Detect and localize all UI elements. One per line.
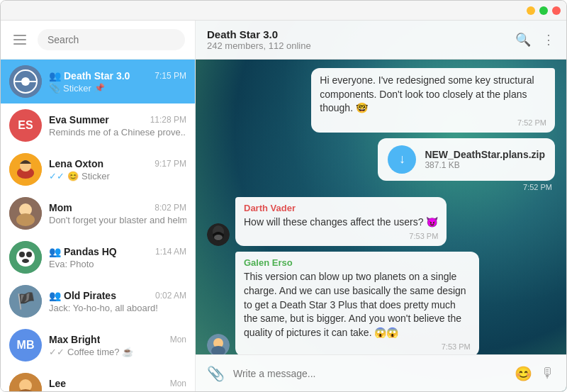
- svg-point-25: [214, 235, 223, 240]
- chat-name-row: Lee Mon: [49, 378, 186, 389]
- file-download-button[interactable]: ↓: [388, 145, 416, 174]
- svg-point-12: [19, 252, 25, 257]
- avatar-galen: [207, 334, 230, 354]
- chat-item-old-pirates[interactable]: 🏴 👥 Old Pirates 0:02 AM Jack: Yo-ho-ho, …: [1, 279, 195, 323]
- search-input[interactable]: [38, 29, 185, 50]
- minimize-button[interactable]: [527, 6, 535, 15]
- message-bubble: Darth Vader How will these changes affec…: [235, 197, 447, 247]
- hamburger-line: [13, 43, 26, 45]
- chat-area: Death Star 3.0 242 members, 112 online 🔍…: [196, 21, 566, 391]
- chat-name: Mom: [49, 202, 72, 213]
- chat-preview: We can call it Galaxy Star 7 ;): [49, 391, 186, 392]
- file-bubble: ↓ NEW_DeathStar.plans.zip 387.1 KB: [378, 138, 555, 181]
- chat-name: 👥 Old Pirates: [49, 290, 116, 301]
- chat-name-row: 👥 Death Star 3.0 7:15 PM: [49, 70, 186, 82]
- messages-area: Hi everyone. I've redesigned some key st…: [196, 60, 566, 354]
- message-text: Hi everyone. I've redesigned some key st…: [320, 74, 546, 116]
- avatar-darth: [207, 223, 230, 246]
- chat-content: Mom 8:02 PM Don't forget your blaster an…: [49, 202, 186, 225]
- chat-item-max-bright[interactable]: MB Max Bright Mon ✓✓ Coffee time? ☕: [1, 323, 195, 367]
- message-time: 7:53 PM: [442, 342, 471, 351]
- svg-point-11: [16, 248, 35, 267]
- sticker-emoji: 😊: [67, 171, 79, 181]
- avatar: [9, 197, 42, 230]
- close-button[interactable]: [552, 6, 561, 15]
- chat-preview: 📎 Sticker 📌: [49, 83, 186, 94]
- chat-time: 11:28 PM: [150, 115, 186, 125]
- chat-preview: Reminds me of a Chinese prove... 2: [49, 127, 186, 138]
- sidebar: 👥 Death Star 3.0 7:15 PM 📎 Sticker 📌 ES: [1, 21, 196, 391]
- chat-item-mom[interactable]: Mom 8:02 PM Don't forget your blaster an…: [1, 191, 195, 235]
- chat-name-row: Lena Oxton 9:17 PM: [49, 158, 186, 169]
- chat-content: Lena Oxton 9:17 PM ✓✓ 😊 Sticker: [49, 158, 186, 181]
- chat-header-icons: 🔍 ⋮: [515, 32, 555, 47]
- chat-time: Mon: [170, 335, 186, 345]
- file-message-container: ↓ NEW_DeathStar.plans.zip 387.1 KB 7:52 …: [378, 138, 555, 191]
- chat-item-lee[interactable]: Lee Mon We can call it Galaxy Star 7 ;): [1, 367, 195, 391]
- maximize-button[interactable]: [539, 6, 548, 15]
- chat-name-row: 👥 Old Pirates 0:02 AM: [49, 290, 186, 301]
- chat-name-row: Mom 8:02 PM: [49, 202, 186, 213]
- attach-icon[interactable]: 📎: [207, 365, 225, 382]
- chat-time: 8:02 PM: [155, 203, 186, 213]
- avatar: [9, 65, 42, 98]
- chat-header-name: Death Star 3.0: [207, 28, 507, 40]
- chat-content: 👥 Pandas HQ 1:14 AM Eva: Photo: [49, 246, 186, 269]
- chat-name: 👥 Death Star 3.0: [49, 70, 130, 82]
- chat-item-lena-oxton[interactable]: Lena Oxton 9:17 PM ✓✓ 😊 Sticker: [1, 147, 195, 191]
- chat-name: Lena Oxton: [49, 158, 103, 169]
- chat-name-row: Eva Summer 11:28 PM: [49, 114, 186, 125]
- group-icon: 👥: [49, 290, 61, 301]
- chat-content: 👥 Old Pirates 0:02 AM Jack: Yo-ho-ho, al…: [49, 290, 186, 313]
- message-bubble: Galen Erso This version can blow up two …: [235, 252, 479, 354]
- sidebar-header: [1, 21, 195, 60]
- chat-time: 1:14 AM: [155, 247, 186, 257]
- chat-list: 👥 Death Star 3.0 7:15 PM 📎 Sticker 📌 ES: [1, 60, 195, 391]
- message-input[interactable]: [233, 368, 506, 379]
- chat-header-info: Death Star 3.0 242 members, 112 online: [207, 28, 507, 51]
- download-icon: ↓: [399, 152, 405, 167]
- chat-preview: Jack: Yo-ho-ho, all aboard!: [49, 303, 186, 313]
- avatar: [9, 153, 42, 186]
- chat-item-eva-summer[interactable]: ES Eva Summer 11:28 PM Reminds me of a C…: [1, 103, 195, 147]
- chat-content: Lee Mon We can call it Galaxy Star 7 ;): [49, 378, 186, 392]
- emoji-icon[interactable]: 😊: [515, 365, 532, 382]
- chat-item-death-star[interactable]: 👥 Death Star 3.0 7:15 PM 📎 Sticker 📌: [1, 60, 195, 103]
- file-size: 387.1 KB: [425, 160, 545, 170]
- chat-time: 7:15 PM: [155, 71, 186, 81]
- message-text: This version can blow up two planets on …: [244, 270, 471, 340]
- chat-content: 👥 Death Star 3.0 7:15 PM 📎 Sticker 📌: [49, 70, 186, 94]
- svg-point-14: [22, 259, 29, 263]
- chat-header-status: 242 members, 112 online: [207, 40, 507, 51]
- chat-preview: ✓✓ 😊 Sticker: [49, 171, 186, 181]
- check-icon: ✓✓: [49, 347, 64, 357]
- pin-icon: 📌: [94, 83, 105, 93]
- mic-icon[interactable]: 🎙: [541, 365, 555, 381]
- message-text: How will these changes affect the users?…: [244, 215, 438, 230]
- incoming-message-darth: Darth Vader How will these changes affec…: [207, 197, 555, 247]
- svg-text:🏴: 🏴: [16, 291, 36, 310]
- chat-time: 9:17 PM: [155, 159, 186, 169]
- chat-content: Max Bright Mon ✓✓ Coffee time? ☕: [49, 334, 186, 357]
- search-icon[interactable]: 🔍: [515, 32, 531, 47]
- file-name: NEW_DeathStar.plans.zip: [425, 149, 545, 160]
- preview-emoji: 📎: [49, 83, 60, 94]
- chat-preview: Don't forget your blaster and helmet: [49, 215, 186, 225]
- avatar: ES: [9, 109, 42, 142]
- avatar: [9, 241, 42, 274]
- hamburger-menu[interactable]: [11, 32, 29, 47]
- chat-name-row: 👥 Pandas HQ 1:14 AM: [49, 246, 186, 257]
- hamburger-line: [13, 39, 26, 40]
- chat-content: Eva Summer 11:28 PM Reminds me of a Chin…: [49, 114, 186, 138]
- avatar: 🏴: [9, 285, 42, 318]
- message-outgoing: Hi everyone. I've redesigned some key st…: [311, 68, 555, 133]
- more-options-icon[interactable]: ⋮: [542, 32, 555, 47]
- message-time-row: 7:53 PM: [244, 342, 471, 351]
- svg-point-13: [26, 252, 32, 257]
- chat-item-pandas-hq[interactable]: 👥 Pandas HQ 1:14 AM Eva: Photo: [1, 235, 195, 279]
- chat-preview: ✓✓ Coffee time? ☕: [49, 347, 186, 357]
- chat-header: Death Star 3.0 242 members, 112 online 🔍…: [196, 21, 566, 60]
- message-time-row: 7:53 PM: [244, 232, 438, 240]
- chat-time: 0:02 AM: [155, 291, 186, 301]
- chat-name-row: Max Bright Mon: [49, 334, 186, 345]
